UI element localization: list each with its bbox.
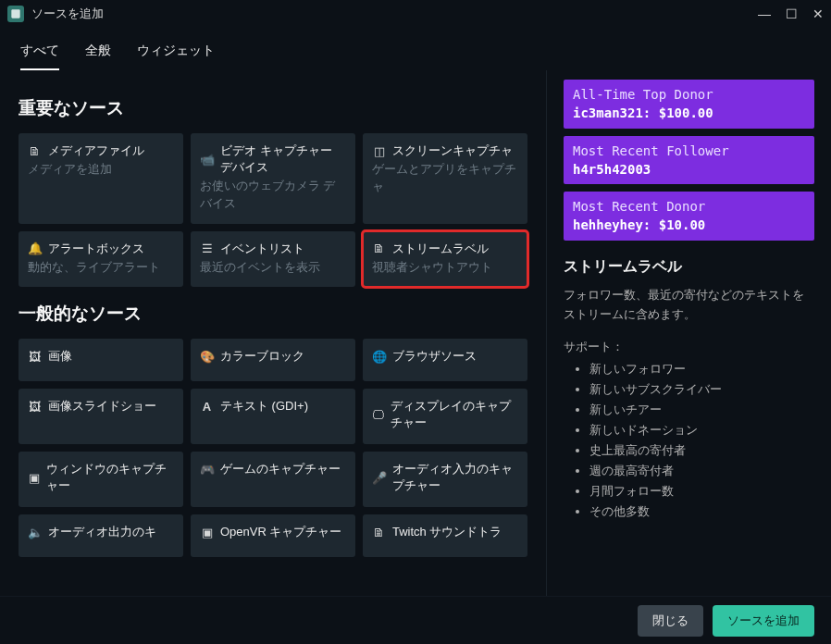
card-title: ゲームのキャプチャー xyxy=(220,461,341,477)
list-item: 新しいドネーション xyxy=(589,422,814,439)
text-icon: A xyxy=(200,400,214,414)
list-item: 月間フォロー数 xyxy=(589,483,814,500)
file-icon: 🗎 xyxy=(28,144,42,158)
list-item: 新しいサブスクライバー xyxy=(589,381,814,398)
card-desc: 動的な、ライブアラート xyxy=(28,259,174,277)
card-audio-output[interactable]: 🔈オーディオ出力のキ xyxy=(19,514,183,557)
card-window-capture[interactable]: ▣ウィンドウのキャプチャー xyxy=(19,452,183,507)
card-screen-capture[interactable]: ◫スクリーンキャプチャ ゲームとアプリをキャプチャ xyxy=(363,133,527,224)
bell-icon: 🔔 xyxy=(28,242,42,255)
detail-pane: All-Time Top Donor ic3man321: $100.00 Mo… xyxy=(546,70,831,596)
titlebar: ソースを追加 — ☐ ✕ xyxy=(0,0,831,28)
preview-label: Most Recent Follower xyxy=(573,142,805,160)
card-text-gdi[interactable]: Aテキスト (GDI+) xyxy=(191,389,355,444)
support-label: サポート： xyxy=(564,339,814,355)
tab-widgets[interactable]: ウィジェット xyxy=(137,37,215,70)
card-title: オーディオ出力のキ xyxy=(48,524,156,540)
window-icon: ▣ xyxy=(28,471,40,485)
card-alert-box[interactable]: 🔔アラートボックス 動的な、ライブアラート xyxy=(19,231,183,288)
card-title: テキスト (GDI+) xyxy=(220,398,308,415)
add-source-button[interactable]: ソースを追加 xyxy=(713,605,814,637)
card-desc: 視聴者シャウトアウト xyxy=(372,259,518,277)
footer: 閉じる ソースを追加 xyxy=(0,596,831,644)
close-button[interactable]: 閉じる xyxy=(638,605,703,637)
tab-bar: すべて 全般 ウィジェット xyxy=(0,28,831,70)
section-general-title: 一般的なソース xyxy=(19,302,527,326)
close-icon[interactable]: ✕ xyxy=(812,6,824,21)
detail-title: ストリームラベル xyxy=(564,257,814,277)
window-title: ソースを追加 xyxy=(31,6,104,22)
card-browser-source[interactable]: 🌐ブラウザソース xyxy=(363,339,527,381)
card-title: 画像 xyxy=(48,348,72,365)
card-color-block[interactable]: 🎨カラーブロック xyxy=(191,339,355,381)
card-title: イベントリスト xyxy=(220,241,304,257)
tab-all[interactable]: すべて xyxy=(20,37,59,70)
page-icon: 🗎 xyxy=(372,242,386,255)
vr-icon: ▣ xyxy=(200,526,214,539)
detail-description: フォロワー数、最近の寄付などのテキストをストリームに含めます。 xyxy=(564,286,814,325)
card-desc: お使いのウェブカメラ デバイス xyxy=(200,178,346,213)
video-icon: 📹 xyxy=(200,153,214,167)
card-image-slideshow[interactable]: 🖼画像スライドショー xyxy=(19,389,183,444)
preview-recent-donor: Most Recent Donor hehheyhey: $10.00 xyxy=(564,192,814,241)
list-item: 新しいチアー xyxy=(589,402,814,418)
card-title: メディアファイル xyxy=(48,142,144,159)
list-item: 週の最高寄付者 xyxy=(589,463,814,479)
list-icon: ☰ xyxy=(200,242,214,255)
app-icon xyxy=(7,6,24,22)
card-title: 画像スライドショー xyxy=(48,398,156,415)
preview-label: All-Time Top Donor xyxy=(573,85,805,104)
palette-icon: 🎨 xyxy=(200,350,214,364)
preview-value: h4r5h42003 xyxy=(573,160,805,179)
minimize-icon[interactable]: — xyxy=(758,6,771,21)
support-list: 新しいフォロワー 新しいサブスクライバー 新しいチアー 新しいドネーション 史上… xyxy=(564,361,814,520)
monitor-icon: 🖵 xyxy=(372,408,384,422)
card-title: オーディオ入力のキャプチャー xyxy=(392,461,518,494)
card-display-capture[interactable]: 🖵ディスプレイのキャプチャー xyxy=(363,389,527,444)
card-event-list[interactable]: ☰イベントリスト 最近のイベントを表示 xyxy=(191,231,355,288)
general-grid: 🖼画像 🎨カラーブロック 🌐ブラウザソース 🖼画像スライドショー Aテキスト (… xyxy=(19,339,527,557)
card-openvr[interactable]: ▣OpenVR キャプチャー xyxy=(191,514,355,557)
globe-icon: 🌐 xyxy=(372,350,386,364)
important-grid: 🗎メディアファイル メディアを追加 📹ビデオ キャプチャー デバイス お使いのウ… xyxy=(19,133,527,287)
speaker-icon: 🔈 xyxy=(28,526,42,539)
section-important-title: 重要なソース xyxy=(19,96,527,120)
page-icon: 🗎 xyxy=(372,526,386,539)
list-item: 史上最高の寄付者 xyxy=(589,442,814,459)
card-desc: 最近のイベントを表示 xyxy=(200,259,346,277)
card-game-capture[interactable]: 🎮ゲームのキャプチャー xyxy=(191,452,355,507)
image-icon: 🖼 xyxy=(28,350,42,364)
card-audio-input[interactable]: 🎤オーディオ入力のキャプチャー xyxy=(363,452,527,507)
card-desc: メディアを追加 xyxy=(28,161,174,179)
card-media-file[interactable]: 🗎メディアファイル メディアを追加 xyxy=(19,133,183,224)
card-twitch-soundtrack[interactable]: 🗎Twitch サウンドトラ xyxy=(363,514,527,557)
preview-recent-follower: Most Recent Follower h4r5h42003 xyxy=(564,136,814,185)
source-list-pane: 重要なソース 🗎メディアファイル メディアを追加 📹ビデオ キャプチャー デバイ… xyxy=(0,70,546,596)
preview-top-donor: All-Time Top Donor ic3man321: $100.00 xyxy=(564,80,814,129)
card-desc: ゲームとアプリをキャプチャ xyxy=(372,161,518,196)
preview-value: hehheyhey: $10.00 xyxy=(573,216,805,234)
card-stream-label[interactable]: 🗎ストリームラベル 視聴者シャウトアウト xyxy=(363,231,527,288)
preview-label: Most Recent Donor xyxy=(573,197,805,216)
maximize-icon[interactable]: ☐ xyxy=(786,6,798,21)
card-title: ディスプレイのキャプチャー xyxy=(391,398,518,431)
dashed-square-icon: ◫ xyxy=(372,144,386,158)
card-image[interactable]: 🖼画像 xyxy=(19,339,183,381)
gamepad-icon: 🎮 xyxy=(200,463,214,477)
card-title: Twitch サウンドトラ xyxy=(392,524,502,540)
mic-icon: 🎤 xyxy=(372,471,386,485)
card-title: ビデオ キャプチャー デバイス xyxy=(220,142,346,176)
list-item: その他多数 xyxy=(589,503,814,520)
image-icon: 🖼 xyxy=(28,400,42,414)
card-title: ウィンドウのキャプチャー xyxy=(46,461,174,494)
card-title: ストリームラベル xyxy=(392,241,489,257)
card-video-capture[interactable]: 📹ビデオ キャプチャー デバイス お使いのウェブカメラ デバイス xyxy=(191,133,355,224)
card-title: スクリーンキャプチャ xyxy=(392,142,513,159)
preview-value: ic3man321: $100.00 xyxy=(573,104,805,122)
card-title: OpenVR キャプチャー xyxy=(220,524,341,540)
tab-general[interactable]: 全般 xyxy=(85,37,111,70)
list-item: 新しいフォロワー xyxy=(589,361,814,378)
card-title: アラートボックス xyxy=(48,241,144,257)
svg-rect-0 xyxy=(11,9,19,18)
card-title: ブラウザソース xyxy=(392,348,477,365)
